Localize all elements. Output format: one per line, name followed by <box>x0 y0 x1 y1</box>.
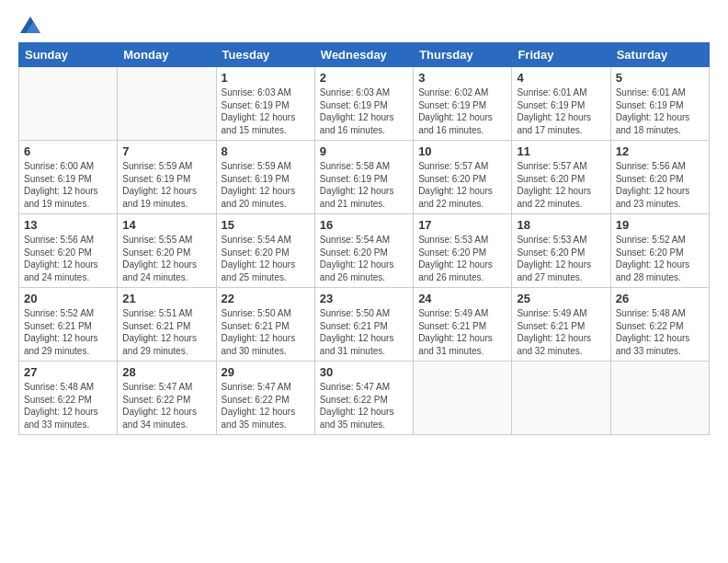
day-info: Sunrise: 5:49 AM Sunset: 6:21 PM Dayligh… <box>517 307 605 357</box>
calendar-cell: 29Sunrise: 5:47 AM Sunset: 6:22 PM Dayli… <box>216 362 314 435</box>
calendar-cell: 17Sunrise: 5:53 AM Sunset: 6:20 PM Dayli… <box>414 214 512 288</box>
day-number: 17 <box>418 218 506 232</box>
week-row-4: 27Sunrise: 5:48 AM Sunset: 6:22 PM Dayli… <box>19 362 710 435</box>
day-info: Sunrise: 5:48 AM Sunset: 6:22 PM Dayligh… <box>24 381 112 431</box>
calendar-cell <box>610 362 709 435</box>
calendar-cell: 10Sunrise: 5:57 AM Sunset: 6:20 PM Dayli… <box>414 141 512 214</box>
calendar-cell: 6Sunrise: 6:00 AM Sunset: 6:19 PM Daylig… <box>19 141 118 214</box>
calendar-cell <box>414 362 512 435</box>
day-info: Sunrise: 5:52 AM Sunset: 6:20 PM Dayligh… <box>616 234 704 283</box>
calendar-cell <box>512 362 610 435</box>
day-info: Sunrise: 6:03 AM Sunset: 6:19 PM Dayligh… <box>320 86 408 136</box>
day-number: 28 <box>122 365 210 379</box>
day-number: 9 <box>320 144 408 158</box>
calendar-cell <box>118 67 216 141</box>
calendar-cell: 20Sunrise: 5:52 AM Sunset: 6:21 PM Dayli… <box>19 288 118 362</box>
calendar-cell: 22Sunrise: 5:50 AM Sunset: 6:21 PM Dayli… <box>216 288 314 362</box>
weekday-header-friday: Friday <box>512 43 610 67</box>
header <box>18 17 710 33</box>
day-info: Sunrise: 5:55 AM Sunset: 6:20 PM Dayligh… <box>122 234 210 283</box>
week-row-2: 13Sunrise: 5:56 AM Sunset: 6:20 PM Dayli… <box>19 214 710 288</box>
day-number: 24 <box>418 292 506 305</box>
day-number: 25 <box>517 292 605 305</box>
weekday-header-row: SundayMondayTuesdayWednesdayThursdayFrid… <box>19 43 710 67</box>
calendar-cell: 16Sunrise: 5:54 AM Sunset: 6:20 PM Dayli… <box>314 214 413 288</box>
day-info: Sunrise: 5:50 AM Sunset: 6:21 PM Dayligh… <box>320 307 408 357</box>
day-info: Sunrise: 5:52 AM Sunset: 6:21 PM Dayligh… <box>24 307 112 357</box>
day-info: Sunrise: 5:56 AM Sunset: 6:20 PM Dayligh… <box>616 160 704 210</box>
day-info: Sunrise: 5:47 AM Sunset: 6:22 PM Dayligh… <box>122 381 210 431</box>
calendar-cell: 25Sunrise: 5:49 AM Sunset: 6:21 PM Dayli… <box>512 288 610 362</box>
day-number: 13 <box>24 218 112 232</box>
day-number: 12 <box>616 144 704 158</box>
calendar-cell: 13Sunrise: 5:56 AM Sunset: 6:20 PM Dayli… <box>19 214 118 288</box>
day-info: Sunrise: 5:50 AM Sunset: 6:21 PM Dayligh… <box>222 307 310 357</box>
calendar-cell: 14Sunrise: 5:55 AM Sunset: 6:20 PM Dayli… <box>118 214 216 288</box>
calendar-cell: 8Sunrise: 5:59 AM Sunset: 6:19 PM Daylig… <box>216 141 314 214</box>
day-info: Sunrise: 5:49 AM Sunset: 6:21 PM Dayligh… <box>418 307 506 357</box>
day-number: 19 <box>616 218 704 232</box>
day-number: 14 <box>122 218 210 232</box>
logo <box>18 17 40 33</box>
calendar-cell: 12Sunrise: 5:56 AM Sunset: 6:20 PM Dayli… <box>610 141 709 214</box>
day-number: 7 <box>122 144 210 158</box>
calendar-cell: 27Sunrise: 5:48 AM Sunset: 6:22 PM Dayli… <box>19 362 118 435</box>
day-info: Sunrise: 6:03 AM Sunset: 6:19 PM Dayligh… <box>222 86 310 136</box>
day-info: Sunrise: 5:54 AM Sunset: 6:20 PM Dayligh… <box>320 234 408 283</box>
day-number: 15 <box>222 218 310 232</box>
day-info: Sunrise: 5:53 AM Sunset: 6:20 PM Dayligh… <box>418 234 506 283</box>
weekday-header-sunday: Sunday <box>19 43 118 67</box>
page: SundayMondayTuesdayWednesdayThursdayFrid… <box>0 0 728 563</box>
calendar-cell: 21Sunrise: 5:51 AM Sunset: 6:21 PM Dayli… <box>118 288 216 362</box>
calendar-cell: 23Sunrise: 5:50 AM Sunset: 6:21 PM Dayli… <box>314 288 413 362</box>
day-info: Sunrise: 5:57 AM Sunset: 6:20 PM Dayligh… <box>517 160 605 210</box>
day-info: Sunrise: 5:59 AM Sunset: 6:19 PM Dayligh… <box>122 160 210 210</box>
calendar-cell: 1Sunrise: 6:03 AM Sunset: 6:19 PM Daylig… <box>216 67 314 141</box>
calendar-cell <box>19 67 118 141</box>
day-number: 22 <box>222 292 310 305</box>
calendar-cell: 11Sunrise: 5:57 AM Sunset: 6:20 PM Dayli… <box>512 141 610 214</box>
day-number: 20 <box>24 292 112 305</box>
week-row-3: 20Sunrise: 5:52 AM Sunset: 6:21 PM Dayli… <box>19 288 710 362</box>
day-number: 10 <box>418 144 506 158</box>
weekday-header-wednesday: Wednesday <box>314 43 413 67</box>
day-number: 16 <box>320 218 408 232</box>
weekday-header-monday: Monday <box>118 43 216 67</box>
day-number: 27 <box>24 365 112 379</box>
calendar-cell: 2Sunrise: 6:03 AM Sunset: 6:19 PM Daylig… <box>314 67 413 141</box>
calendar-cell: 24Sunrise: 5:49 AM Sunset: 6:21 PM Dayli… <box>414 288 512 362</box>
day-info: Sunrise: 5:54 AM Sunset: 6:20 PM Dayligh… <box>222 234 310 283</box>
day-info: Sunrise: 5:47 AM Sunset: 6:22 PM Dayligh… <box>320 381 408 431</box>
calendar-cell: 30Sunrise: 5:47 AM Sunset: 6:22 PM Dayli… <box>314 362 413 435</box>
day-info: Sunrise: 5:59 AM Sunset: 6:19 PM Dayligh… <box>222 160 310 210</box>
day-number: 6 <box>24 144 112 158</box>
calendar-cell: 7Sunrise: 5:59 AM Sunset: 6:19 PM Daylig… <box>118 141 216 214</box>
day-info: Sunrise: 5:57 AM Sunset: 6:20 PM Dayligh… <box>418 160 506 210</box>
day-info: Sunrise: 6:01 AM Sunset: 6:19 PM Dayligh… <box>517 86 605 136</box>
calendar-cell: 19Sunrise: 5:52 AM Sunset: 6:20 PM Dayli… <box>610 214 709 288</box>
day-number: 26 <box>616 292 704 305</box>
calendar-cell: 9Sunrise: 5:58 AM Sunset: 6:19 PM Daylig… <box>314 141 413 214</box>
day-number: 5 <box>616 71 704 85</box>
weekday-header-saturday: Saturday <box>610 43 709 67</box>
calendar-cell: 28Sunrise: 5:47 AM Sunset: 6:22 PM Dayli… <box>118 362 216 435</box>
day-number: 3 <box>418 71 506 85</box>
calendar-cell: 3Sunrise: 6:02 AM Sunset: 6:19 PM Daylig… <box>414 67 512 141</box>
week-row-1: 6Sunrise: 6:00 AM Sunset: 6:19 PM Daylig… <box>19 141 710 214</box>
day-number: 18 <box>517 218 605 232</box>
day-info: Sunrise: 5:51 AM Sunset: 6:21 PM Dayligh… <box>122 307 210 357</box>
day-number: 30 <box>320 365 408 379</box>
day-number: 1 <box>222 71 310 85</box>
calendar: SundayMondayTuesdayWednesdayThursdayFrid… <box>18 42 710 435</box>
day-number: 29 <box>222 365 310 379</box>
calendar-cell: 4Sunrise: 6:01 AM Sunset: 6:19 PM Daylig… <box>512 67 610 141</box>
logo-icon <box>20 17 40 33</box>
day-info: Sunrise: 5:47 AM Sunset: 6:22 PM Dayligh… <box>222 381 310 431</box>
day-number: 2 <box>320 71 408 85</box>
calendar-cell: 5Sunrise: 6:01 AM Sunset: 6:19 PM Daylig… <box>610 67 709 141</box>
day-number: 4 <box>517 71 605 85</box>
day-number: 23 <box>320 292 408 305</box>
day-info: Sunrise: 5:48 AM Sunset: 6:22 PM Dayligh… <box>616 307 704 357</box>
day-info: Sunrise: 5:58 AM Sunset: 6:19 PM Dayligh… <box>320 160 408 210</box>
day-info: Sunrise: 5:56 AM Sunset: 6:20 PM Dayligh… <box>24 234 112 283</box>
